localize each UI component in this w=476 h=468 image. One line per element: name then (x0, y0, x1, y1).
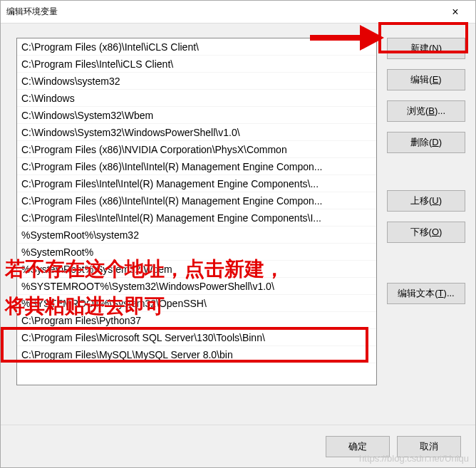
new-button[interactable]: 新建(N) (387, 38, 465, 59)
list-item[interactable]: %SYSTEMROOT%\System32\OpenSSH\ (17, 295, 376, 312)
content-area: C:\Program Files (x86)\Intel\iCLS Client… (1, 24, 475, 425)
browse-button[interactable]: 浏览(B)... (387, 100, 465, 122)
list-item[interactable]: C:\Windows\system32 (17, 73, 376, 90)
list-item[interactable]: C:\Program Files (x86)\Intel\Intel(R) Ma… (17, 158, 376, 175)
delete-button[interactable]: 删除(D) (387, 132, 465, 153)
dialog-edit-env-var: 编辑环境变量 × C:\Program Files (x86)\Intel\iC… (0, 0, 476, 468)
close-icon[interactable]: × (441, 6, 470, 19)
window-title: 编辑环境变量 (6, 6, 58, 18)
list-item[interactable]: C:\Windows (17, 90, 376, 107)
titlebar: 编辑环境变量 × (1, 1, 475, 24)
edit-button[interactable]: 编辑(E) (387, 69, 465, 90)
list-item[interactable]: C:\Program Files\Intel\Intel(R) Manageme… (17, 175, 376, 192)
list-item[interactable]: %SystemRoot% (17, 244, 376, 261)
list-item[interactable]: C:\Program Files (x86)\Intel\Intel(R) Ma… (17, 192, 376, 209)
list-item[interactable]: C:\Program Files\MySQL\MySQL Server 8.0\… (17, 346, 376, 363)
list-item[interactable]: C:\Program Files\Intel\Intel(R) Manageme… (17, 209, 376, 227)
list-item[interactable]: C:\Program Files\Python37 (17, 312, 376, 329)
list-item[interactable]: C:\Program Files\Microsoft SQL Server\13… (17, 329, 376, 346)
list-item[interactable]: C:\Windows\System32\WindowsPowerShell\v1… (17, 124, 376, 141)
ok-button[interactable]: 确定 (326, 436, 390, 457)
path-listbox[interactable]: C:\Program Files (x86)\Intel\iCLS Client… (16, 38, 377, 385)
list-item[interactable]: %SYSTEMROOT%\System32\WindowsPowerShell\… (17, 278, 376, 295)
movedown-button[interactable]: 下移(O) (387, 222, 465, 243)
list-item[interactable]: C:\Windows\System32\Wbem (17, 107, 376, 124)
list-item[interactable]: %SystemRoot%\system32 (17, 227, 376, 244)
list-item[interactable]: C:\Program Files (x86)\Intel\iCLS Client… (17, 38, 376, 56)
button-column: 新建(N) 编辑(E) 浏览(B)... 删除(D) 上移(U) 下移(O) 编… (387, 38, 465, 417)
list-item[interactable]: C:\Program Files\Intel\iCLS Client\ (17, 56, 376, 73)
cancel-button[interactable]: 取消 (397, 436, 461, 457)
footer: 确定 取消 (1, 425, 475, 467)
moveup-button[interactable]: 上移(U) (387, 190, 465, 212)
list-item[interactable]: C:\Program Files (x86)\NVIDIA Corporatio… (17, 141, 376, 158)
list-item[interactable]: %SystemRoot%\System32\Wbem (17, 261, 376, 278)
edittext-button[interactable]: 编辑文本(T)... (387, 283, 465, 304)
